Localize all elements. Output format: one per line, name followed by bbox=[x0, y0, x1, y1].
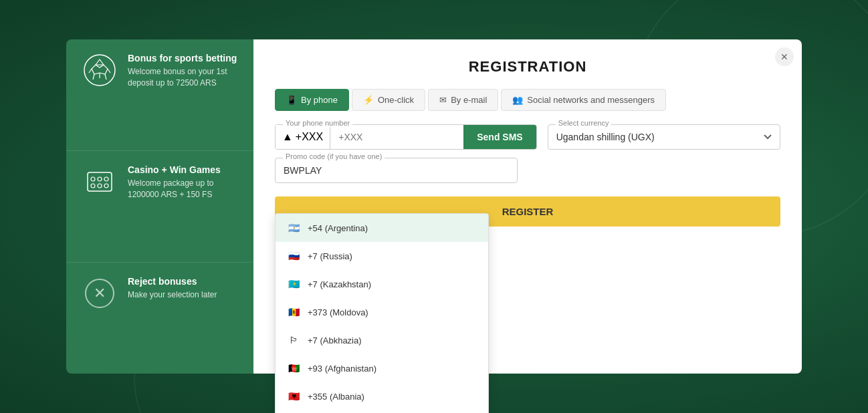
reject-bonus-title: Reject bonuses bbox=[128, 276, 237, 287]
dropdown-item-russia[interactable]: 🇷🇺 +7 (Russia) bbox=[276, 242, 488, 270]
dropdown-item-abkhazia[interactable]: 🏳 +7 (Abkhazia) bbox=[276, 326, 488, 354]
country-code-abkhazia: +7 (Abkhazia) bbox=[308, 335, 362, 346]
dropdown-item-argentina[interactable]: 🇦🇷 +54 (Argentina) bbox=[276, 214, 488, 242]
flag-afghanistan: 🇦🇫 bbox=[286, 361, 301, 376]
phone-number-input[interactable] bbox=[330, 125, 463, 149]
sports-bonus-text: Bonus for sports betting Welcome bonus o… bbox=[128, 53, 237, 89]
currency-select[interactable]: Ugandan shilling (UGX) bbox=[548, 124, 780, 150]
country-code-afghanistan: +93 (Afghanistan) bbox=[308, 364, 376, 374]
svg-marker-2 bbox=[92, 65, 108, 74]
svg-point-11 bbox=[104, 177, 108, 181]
svg-line-3 bbox=[89, 69, 92, 73]
flag-albania: 🇦🇱 bbox=[286, 389, 301, 404]
form-row-promo: Promo code (if you have one) bbox=[275, 158, 780, 183]
casino-bonus-text: Casino + Win Games Welcome package up to… bbox=[128, 164, 237, 200]
sidebar-casino-bonus[interactable]: Casino + Win Games Welcome package up to… bbox=[66, 150, 253, 262]
country-code-kazakhstan: +7 (Kazakhstan) bbox=[308, 279, 371, 289]
dropdown-item-afghanistan[interactable]: 🇦🇫 +93 (Afghanistan) bbox=[276, 354, 488, 382]
currency-label: Select currency bbox=[556, 119, 612, 127]
promo-code-input[interactable] bbox=[275, 158, 518, 183]
email-tab-label: By e-mail bbox=[451, 95, 487, 105]
svg-point-10 bbox=[98, 177, 102, 181]
tab-by-email[interactable]: ✉ By e-mail bbox=[428, 89, 498, 111]
main-container: Bonus for sports betting Welcome bonus o… bbox=[66, 39, 802, 374]
reject-bonus-desc: Make your selection later bbox=[128, 289, 237, 301]
tab-one-click[interactable]: ⚡ One-click bbox=[352, 89, 425, 111]
flag-argentina: 🇦🇷 bbox=[286, 221, 301, 235]
sidebar-reject-bonuses[interactable]: ✕ Reject bonuses Make your selection lat… bbox=[66, 262, 253, 374]
phone-field-group: Your phone number ▲ +XXX Send SMS bbox=[275, 124, 537, 150]
currency-field-group: Select currency Ugandan shilling (UGX) bbox=[548, 124, 780, 150]
sports-bonus-desc: Welcome bonus on your 1st deposit up to … bbox=[128, 66, 237, 89]
country-code-russia: +7 (Russia) bbox=[308, 251, 352, 261]
soccer-ball-icon bbox=[82, 53, 117, 88]
registration-modal: ✕ REGISTRATION 📱 By phone ⚡ One-click ✉ … bbox=[253, 39, 802, 374]
x-circle-icon: ✕ bbox=[85, 279, 114, 308]
tab-by-phone[interactable]: 📱 By phone bbox=[275, 89, 349, 111]
svg-point-9 bbox=[91, 177, 95, 181]
svg-point-12 bbox=[91, 184, 95, 188]
country-code-moldova: +373 (Moldova) bbox=[308, 307, 368, 317]
dropdown-item-algeria[interactable]: 🇩🇿 +213 (Algeria) bbox=[276, 410, 488, 413]
promo-field-group: Promo code (if you have one) bbox=[275, 158, 518, 183]
registration-tabs: 📱 By phone ⚡ One-click ✉ By e-mail 👥 Soc… bbox=[275, 89, 780, 111]
chevron-up-icon: ▲ bbox=[282, 131, 293, 143]
oneclick-tab-label: One-click bbox=[378, 95, 414, 105]
svg-point-14 bbox=[104, 184, 108, 188]
country-code-argentina: +54 (Argentina) bbox=[308, 223, 368, 233]
form-row-phone-currency: Your phone number ▲ +XXX Send SMS Select… bbox=[275, 124, 780, 150]
dropdown-item-albania[interactable]: 🇦🇱 +355 (Albania) bbox=[276, 382, 488, 410]
casino-icon bbox=[82, 164, 117, 199]
sidebar-sports-bonus[interactable]: Bonus for sports betting Welcome bonus o… bbox=[66, 39, 253, 150]
flag-russia: 🇷🇺 bbox=[286, 249, 301, 263]
oneclick-tab-icon: ⚡ bbox=[363, 95, 374, 105]
flag-kazakhstan: 🇰🇿 bbox=[286, 277, 301, 291]
flag-abkhazia: 🏳 bbox=[286, 333, 301, 348]
dropdown-item-moldova[interactable]: 🇲🇩 +373 (Moldova) bbox=[276, 298, 488, 326]
phone-input-wrapper: ▲ +XXX Send SMS bbox=[275, 124, 537, 150]
svg-rect-8 bbox=[88, 172, 112, 191]
phone-label: Your phone number bbox=[283, 119, 352, 127]
phone-tab-icon: 📱 bbox=[286, 95, 297, 105]
dropdown-item-kazakhstan[interactable]: 🇰🇿 +7 (Kazakhstan) bbox=[276, 270, 488, 298]
modal-close-button[interactable]: ✕ bbox=[775, 47, 794, 66]
country-dropdown: 🇦🇷 +54 (Argentina) 🇷🇺 +7 (Russia) 🇰🇿 +7 … bbox=[275, 213, 489, 413]
flag-moldova: 🇲🇩 bbox=[286, 305, 301, 319]
email-tab-icon: ✉ bbox=[439, 95, 447, 105]
casino-bonus-desc: Welcome package up to 1200000 ARS + 150 … bbox=[128, 178, 237, 200]
promo-label: Promo code (if you have one) bbox=[283, 152, 385, 160]
social-tab-label: Social networks and messengers bbox=[527, 95, 655, 105]
svg-line-5 bbox=[93, 74, 94, 80]
tab-social[interactable]: 👥 Social networks and messengers bbox=[501, 89, 666, 111]
svg-line-4 bbox=[108, 69, 110, 73]
social-tab-icon: 👥 bbox=[512, 95, 523, 105]
sports-bonus-title: Bonus for sports betting bbox=[128, 53, 237, 63]
reject-icon-wrapper: ✕ bbox=[82, 276, 117, 311]
modal-title: REGISTRATION bbox=[275, 58, 780, 76]
svg-marker-1 bbox=[96, 59, 104, 67]
phone-tab-label: By phone bbox=[301, 95, 338, 105]
svg-line-6 bbox=[105, 74, 106, 80]
casino-bonus-title: Casino + Win Games bbox=[128, 164, 237, 175]
reject-bonus-text: Reject bonuses Make your selection later bbox=[128, 276, 237, 301]
sidebar: Bonus for sports betting Welcome bonus o… bbox=[66, 39, 253, 374]
send-sms-button[interactable]: Send SMS bbox=[463, 125, 536, 149]
phone-prefix-value: +XXX bbox=[296, 131, 323, 143]
country-code-albania: +355 (Albania) bbox=[308, 392, 364, 402]
phone-prefix-button[interactable]: ▲ +XXX bbox=[276, 125, 330, 149]
svg-point-13 bbox=[98, 184, 102, 188]
